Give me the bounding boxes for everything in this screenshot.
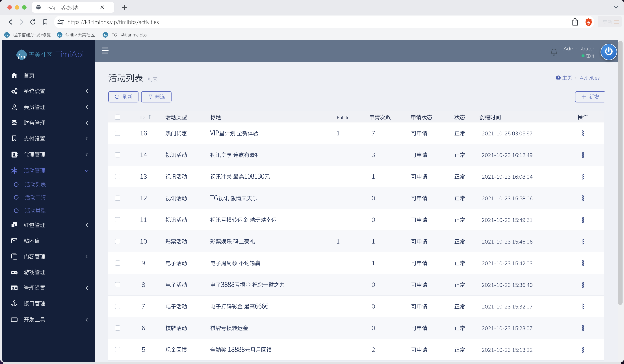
svg-text:m: m <box>105 34 107 37</box>
svg-text:T: T <box>58 33 60 36</box>
svg-text:m: m <box>59 34 61 37</box>
svg-text:m: m <box>7 34 8 37</box>
svg-text:T: T <box>5 33 7 36</box>
svg-text:T: T <box>104 33 105 36</box>
